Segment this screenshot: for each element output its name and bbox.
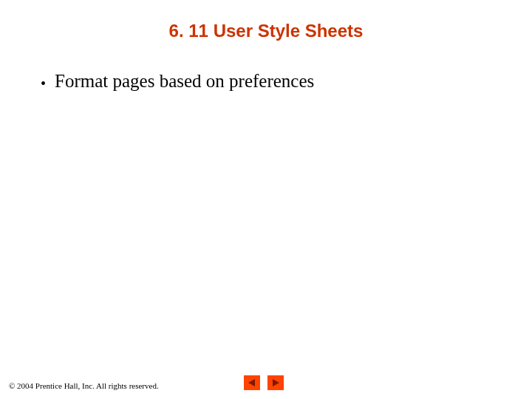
triangle-left-icon bbox=[248, 378, 256, 387]
bullet-marker: • bbox=[41, 76, 46, 91]
bullet-text: Format pages based on preferences bbox=[55, 71, 314, 92]
slide-body: • Format pages based on preferences bbox=[41, 71, 491, 92]
svg-marker-0 bbox=[248, 379, 255, 386]
bullet-item: • Format pages based on preferences bbox=[41, 71, 491, 92]
triangle-right-icon bbox=[271, 378, 280, 387]
prev-slide-button[interactable] bbox=[244, 375, 260, 390]
svg-marker-1 bbox=[273, 379, 279, 386]
slide-title: 6. 11 User Style Sheets bbox=[0, 21, 532, 41]
copyright-text: © 2004 Prentice Hall, Inc. All rights re… bbox=[9, 381, 159, 390]
slide-footer: © 2004 Prentice Hall, Inc. All rights re… bbox=[9, 381, 523, 390]
next-slide-button[interactable] bbox=[267, 375, 284, 390]
nav-button-group bbox=[244, 375, 284, 390]
